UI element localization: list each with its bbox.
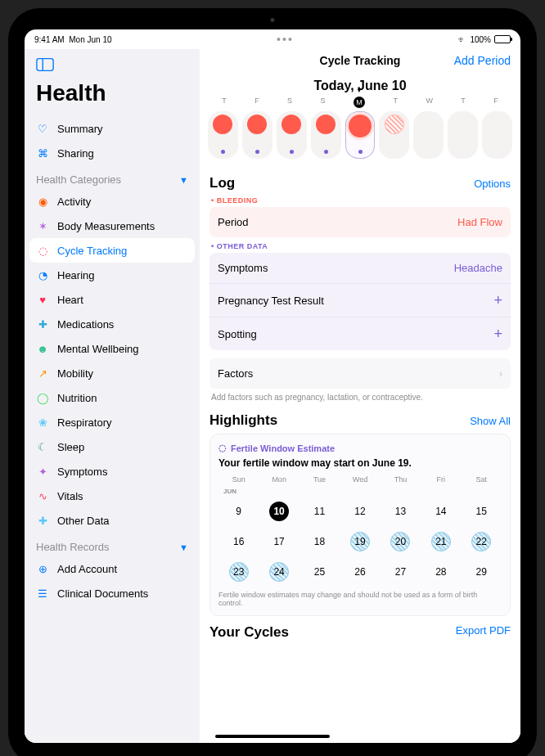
day-pill[interactable]: [413, 111, 444, 159]
symptom-indicator: [290, 150, 294, 154]
period-indicator: [453, 115, 473, 134]
calendar-day[interactable]: 15: [462, 497, 502, 525]
log-options-button[interactable]: Options: [474, 178, 511, 190]
sidebar-item-symptoms[interactable]: ✦Symptoms: [25, 459, 200, 484]
calendar-day[interactable]: 10: [259, 497, 299, 525]
mental-icon: ☻: [36, 342, 49, 355]
vitals-icon: ∿: [36, 489, 49, 502]
clinical-icon: ☰: [36, 587, 49, 600]
section-health-categories[interactable]: Health Categories ▼: [25, 165, 200, 189]
highlights-show-all-button[interactable]: Show All: [470, 415, 511, 427]
sidebar-item-body[interactable]: ✶Body Measurements: [25, 214, 200, 238]
calendar-day[interactable]: 17: [259, 528, 299, 556]
sidebar-item-label: Hearing: [57, 269, 95, 281]
symptom-indicator: [324, 150, 328, 154]
log-row-pregnancy-test-result[interactable]: Pregnancy Test Result+: [209, 284, 511, 317]
other-icon: ✚: [36, 514, 49, 527]
symptom-indicator: [426, 150, 430, 154]
day-pill[interactable]: [242, 111, 272, 159]
sidebar-item-mobility[interactable]: ↗Mobility: [25, 361, 200, 385]
symptom-indicator: [221, 150, 225, 154]
sidebar-item-summary[interactable]: ♡Summary: [25, 116, 200, 141]
factors-hint: Add factors such as pregnancy, lactation…: [209, 389, 511, 406]
add-period-button[interactable]: Add Period: [454, 54, 511, 67]
calendar-day[interactable]: 20: [381, 528, 421, 556]
log-row-factors[interactable]: Factors ›: [209, 358, 511, 389]
calendar-day[interactable]: 23: [218, 558, 259, 586]
sidebar-item-sharing[interactable]: ⌘Sharing: [25, 141, 200, 165]
weekday-label: Mon: [259, 475, 299, 484]
sidebar-item-activity[interactable]: ◉Activity: [25, 189, 200, 214]
chevron-down-icon: ▼: [179, 175, 188, 185]
day-pill[interactable]: [277, 111, 307, 159]
sidebar-item-nutrition[interactable]: ◯Nutrition: [25, 385, 200, 410]
calendar-day[interactable]: 19: [340, 528, 380, 556]
home-indicator[interactable]: [215, 735, 330, 738]
sidebar-item-meds[interactable]: ✚Medications: [25, 312, 200, 336]
battery-icon: [494, 35, 511, 43]
log-row-period[interactable]: Period Had Flow: [209, 207, 511, 237]
calendar-day[interactable]: 12: [340, 497, 380, 525]
sidebar-item-mental[interactable]: ☻Mental Wellbeing: [25, 336, 200, 361]
day-label: F: [254, 97, 259, 108]
calendar-day[interactable]: 28: [421, 558, 461, 586]
sidebar-item-label: Mental Wellbeing: [57, 343, 138, 355]
day-scroller[interactable]: TFSSMTWTF: [200, 97, 520, 169]
section-health-records[interactable]: Health Records ▼: [25, 533, 200, 556]
calendar-day[interactable]: 18: [300, 528, 340, 556]
calendar-day[interactable]: 16: [218, 528, 259, 556]
add-icon: +: [493, 326, 502, 341]
calendar-day[interactable]: 22: [462, 528, 502, 556]
day-pill[interactable]: [311, 111, 341, 159]
sidebar-item-cycle[interactable]: ◌Cycle Tracking: [29, 238, 195, 263]
day-label: T: [222, 97, 227, 108]
sidebar-item-vitals[interactable]: ∿Vitals: [25, 484, 200, 508]
calendar-day[interactable]: 14: [421, 497, 461, 525]
hearing-icon: ◔: [36, 268, 49, 281]
day-label: S: [321, 97, 326, 108]
period-indicator: [419, 115, 439, 134]
day-pill[interactable]: [482, 111, 512, 159]
sidebar-collapse-button[interactable]: [36, 57, 54, 72]
sidebar-item-heart[interactable]: ♥Heart: [25, 287, 200, 312]
calendar-day[interactable]: 11: [300, 497, 340, 525]
day-pill[interactable]: [379, 111, 409, 159]
sidebar-item-add[interactable]: ⊕Add Account: [25, 556, 200, 581]
day-label: F: [493, 97, 498, 108]
weekday-label: Wed: [340, 475, 380, 484]
symptom-indicator: [255, 150, 259, 154]
calendar-day[interactable]: 29: [462, 558, 502, 586]
calendar-day[interactable]: 27: [381, 558, 421, 586]
day-pill[interactable]: [208, 111, 238, 159]
symptom-indicator: [358, 150, 363, 154]
add-icon: +: [493, 293, 502, 308]
symptom-indicator: [392, 150, 396, 154]
calendar-day[interactable]: 9: [218, 497, 259, 525]
multitask-dots[interactable]: •••: [277, 33, 294, 46]
calendar-day[interactable]: 26: [340, 558, 380, 586]
status-bar: 9:41 AM Mon Jun 10 ••• ᯤ 100%: [25, 29, 520, 49]
chevron-right-icon: ›: [499, 367, 502, 380]
sidebar-item-hearing[interactable]: ◔Hearing: [25, 263, 200, 287]
export-pdf-button[interactable]: Export PDF: [456, 624, 511, 641]
sidebar-title: Health: [25, 72, 200, 116]
sidebar-item-label: Nutrition: [57, 392, 97, 404]
calendar-day[interactable]: 13: [381, 497, 421, 525]
sidebar-item-label: Medications: [57, 318, 114, 331]
sidebar: Health ♡Summary⌘Sharing Health Categorie…: [25, 49, 200, 743]
calendar-day[interactable]: 25: [300, 558, 340, 586]
calendar-day[interactable]: 24: [259, 558, 299, 586]
calendar-day[interactable]: 21: [421, 528, 461, 556]
sidebar-item-other[interactable]: ✚Other Data: [25, 508, 200, 533]
day-pill[interactable]: [448, 111, 478, 159]
sidebar-item-sleep[interactable]: ☾Sleep: [25, 434, 200, 459]
day-pill[interactable]: [345, 111, 376, 159]
log-row-symptoms[interactable]: SymptomsHeadache: [209, 253, 511, 284]
sidebar-item-clinical[interactable]: ☰Clinical Documents: [25, 581, 200, 605]
sidebar-item-respiratory[interactable]: ❀Respiratory: [25, 410, 200, 434]
fertile-window-card[interactable]: ◌ Fertile Window Estimate Your fertile w…: [209, 434, 511, 616]
body-icon: ✶: [36, 219, 49, 232]
log-row-spotting[interactable]: Spotting+: [209, 317, 511, 350]
sleep-icon: ☾: [36, 440, 49, 453]
sidebar-item-label: Vitals: [57, 490, 83, 502]
